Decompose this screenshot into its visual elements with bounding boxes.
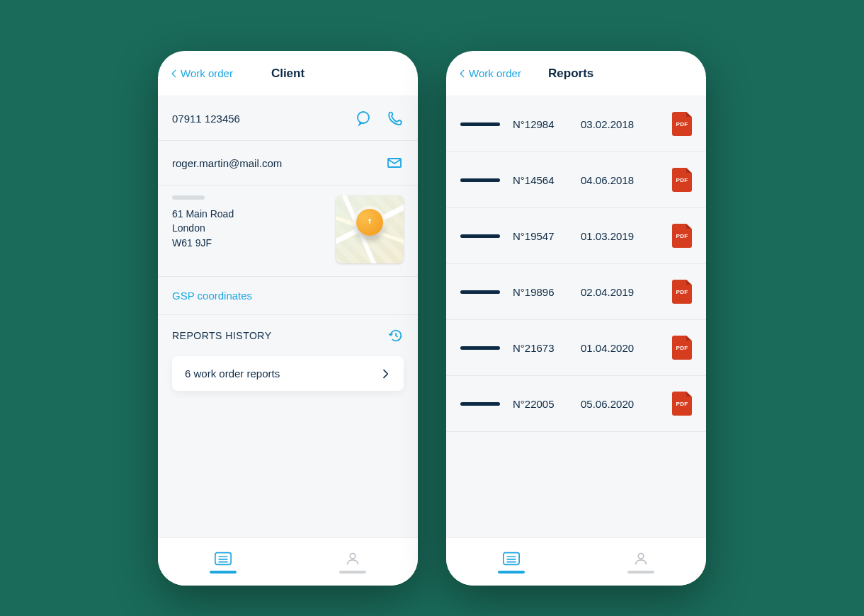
profile-icon: [343, 551, 362, 566]
reports-screen: Work order Reports N°1298403.02.2018PDFN…: [446, 51, 706, 586]
report-row[interactable]: N°1989602.04.2019PDF: [446, 264, 706, 320]
email-value: roger.martin@mail.com: [172, 157, 373, 169]
header: Work order Reports: [446, 51, 706, 96]
report-title-placeholder: [460, 122, 500, 126]
message-button[interactable]: [354, 109, 373, 127]
tab-bar: [158, 537, 418, 586]
page-title: Client: [271, 67, 305, 81]
pdf-download-button[interactable]: PDF: [672, 392, 692, 416]
mail-icon: [386, 154, 403, 171]
profile-icon: [632, 551, 650, 566]
report-number: N°21673: [513, 342, 568, 354]
reports-list: N°1298403.02.2018PDFN°1456404.06.2018PDF…: [446, 96, 706, 537]
svg-point-12: [639, 553, 644, 558]
reports-summary-button[interactable]: 6 work order reports: [172, 356, 404, 391]
tab-list[interactable]: [446, 538, 576, 586]
address-line2: London: [172, 221, 324, 235]
address-text: 61 Main Road London W61 9JF: [172, 195, 324, 250]
back-label: Work order: [469, 67, 521, 79]
pdf-download-button[interactable]: PDF: [672, 224, 692, 248]
pdf-download-button[interactable]: PDF: [672, 112, 692, 136]
report-title-placeholder: [460, 178, 500, 182]
report-date: 04.06.2018: [581, 174, 646, 186]
tab-bar: [446, 537, 706, 586]
map-pin-icon: [356, 209, 383, 236]
back-button[interactable]: Work order: [457, 67, 521, 79]
report-title-placeholder: [460, 346, 500, 350]
reports-summary-text: 6 work order reports: [185, 367, 380, 380]
svg-rect-3: [215, 552, 231, 564]
report-number: N°19896: [513, 286, 568, 298]
report-title-placeholder: [460, 402, 500, 406]
svg-point-2: [368, 219, 371, 222]
report-row[interactable]: N°1298403.02.2018PDF: [446, 96, 706, 152]
reports-history-label: REPORTS HISTORY: [172, 330, 388, 341]
gps-coordinates-link[interactable]: GSP coordinates: [158, 277, 418, 315]
message-icon: [355, 110, 372, 127]
email-row: roger.martin@mail.com: [158, 141, 418, 186]
pdf-download-button[interactable]: PDF: [672, 280, 692, 304]
pdf-download-button[interactable]: PDF: [672, 336, 692, 360]
tab-list[interactable]: [158, 538, 288, 586]
email-button[interactable]: [385, 154, 404, 172]
phone-row: 07911 123456: [158, 96, 418, 141]
back-label: Work order: [181, 67, 233, 79]
phone-value: 07911 123456: [172, 113, 341, 125]
report-row[interactable]: N°2167301.04.2020PDF: [446, 320, 706, 376]
tab-profile[interactable]: [576, 538, 707, 586]
tab-underline: [339, 571, 366, 574]
tab-underline: [627, 571, 654, 574]
client-screen: Work order Client 07911 123456 roger.mar…: [158, 51, 418, 586]
svg-point-7: [351, 553, 356, 558]
chevron-right-icon: [380, 368, 391, 380]
tab-underline: [210, 571, 237, 574]
report-date: 02.04.2019: [581, 286, 646, 298]
list-icon: [502, 551, 521, 566]
svg-rect-8: [504, 552, 519, 564]
chevron-left-icon: [169, 69, 179, 79]
report-number: N°19547: [513, 230, 568, 242]
chevron-left-icon: [457, 69, 467, 79]
back-button[interactable]: Work order: [169, 67, 233, 79]
report-number: N°22005: [513, 398, 568, 410]
header: Work order Client: [158, 51, 418, 96]
report-date: 03.02.2018: [581, 118, 646, 130]
report-title-placeholder: [460, 290, 500, 294]
report-row[interactable]: N°1456404.06.2018PDF: [446, 152, 706, 208]
address-line1: 61 Main Road: [172, 207, 324, 221]
report-date: 05.06.2020: [581, 398, 646, 410]
map-thumbnail[interactable]: [336, 195, 404, 263]
content: 07911 123456 roger.martin@mail.com 61 Ma…: [158, 96, 418, 537]
report-title-placeholder: [460, 234, 500, 238]
tab-underline: [498, 571, 525, 574]
address-line3: W61 9JF: [172, 236, 324, 250]
report-row[interactable]: N°1954701.03.2019PDF: [446, 208, 706, 264]
list-icon: [214, 551, 232, 566]
address-row: 61 Main Road London W61 9JF: [158, 186, 418, 277]
reports-history-header: REPORTS HISTORY: [158, 315, 418, 356]
report-row[interactable]: N°2200505.06.2020PDF: [446, 376, 706, 432]
tab-profile[interactable]: [288, 538, 419, 586]
address-label-placeholder: [172, 195, 205, 200]
report-number: N°14564: [513, 174, 568, 186]
report-date: 01.04.2020: [581, 342, 646, 354]
page-title: Reports: [548, 67, 593, 81]
call-button[interactable]: [385, 109, 404, 127]
phone-icon: [386, 110, 403, 127]
report-date: 01.03.2019: [581, 230, 646, 242]
history-icon: [388, 328, 404, 343]
report-number: N°12984: [513, 118, 568, 130]
pdf-download-button[interactable]: PDF: [672, 168, 692, 192]
svg-point-0: [358, 112, 369, 123]
